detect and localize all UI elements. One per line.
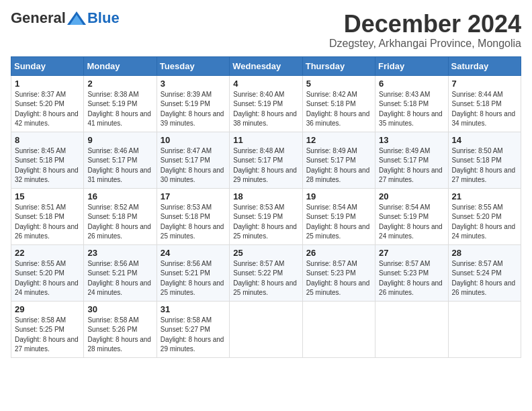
sunset-label: Sunset: 5:26 PM	[87, 326, 137, 333]
day-number: 19	[306, 191, 371, 201]
sunrise-label: Sunrise: 8:54 AM	[306, 203, 357, 211]
cell-content: Sunrise: 8:56 AM Sunset: 5:21 PM Dayligh…	[87, 259, 152, 298]
cell-content: Sunrise: 8:47 AM Sunset: 5:17 PM Dayligh…	[161, 146, 226, 185]
table-row: 10 Sunrise: 8:47 AM Sunset: 5:17 PM Dayl…	[157, 132, 229, 188]
sunrise-label: Sunrise: 8:56 AM	[161, 260, 212, 267]
table-row: 22 Sunrise: 8:55 AM Sunset: 5:20 PM Dayl…	[11, 244, 84, 301]
daylight-label: Daylight: 8 hours and 26 minutes.	[87, 223, 151, 240]
table-row: 4 Sunrise: 8:40 AM Sunset: 5:19 PM Dayli…	[230, 75, 302, 132]
cell-content: Sunrise: 8:51 AM Sunset: 5:18 PM Dayligh…	[15, 203, 80, 242]
sunrise-label: Sunrise: 8:47 AM	[161, 147, 212, 154]
logo: General Blue	[11, 11, 120, 26]
sunrise-label: Sunrise: 8:48 AM	[233, 147, 284, 154]
day-number: 3	[161, 79, 226, 89]
daylight-label: Daylight: 8 hours and 24 minutes.	[379, 223, 443, 240]
daylight-label: Daylight: 8 hours and 29 minutes.	[161, 336, 224, 353]
daylight-label: Daylight: 8 hours and 25 minutes.	[233, 279, 297, 297]
day-number: 29	[15, 304, 80, 314]
cell-content: Sunrise: 8:57 AM Sunset: 5:22 PM Dayligh…	[233, 259, 298, 298]
sunset-label: Sunset: 5:19 PM	[306, 213, 356, 220]
sunrise-label: Sunrise: 8:45 AM	[15, 147, 66, 154]
cell-content: Sunrise: 8:43 AM Sunset: 5:18 PM Dayligh…	[379, 90, 444, 129]
day-number: 21	[452, 191, 517, 201]
day-number: 26	[306, 248, 371, 258]
month-title: December 2024	[329, 11, 521, 38]
daylight-label: Daylight: 8 hours and 26 minutes.	[452, 279, 516, 297]
table-row: 20 Sunrise: 8:54 AM Sunset: 5:19 PM Dayl…	[375, 188, 448, 244]
table-row: 3 Sunrise: 8:39 AM Sunset: 5:19 PM Dayli…	[157, 75, 229, 132]
table-row: 7 Sunrise: 8:44 AM Sunset: 5:18 PM Dayli…	[448, 75, 521, 132]
day-number: 6	[379, 79, 444, 89]
sunset-label: Sunset: 5:24 PM	[452, 269, 502, 277]
table-row: 19 Sunrise: 8:54 AM Sunset: 5:19 PM Dayl…	[302, 188, 375, 244]
sunrise-label: Sunrise: 8:58 AM	[15, 316, 66, 324]
cell-content: Sunrise: 8:55 AM Sunset: 5:20 PM Dayligh…	[452, 203, 517, 242]
sunset-label: Sunset: 5:23 PM	[306, 269, 356, 277]
day-number: 12	[306, 135, 371, 145]
daylight-label: Daylight: 8 hours and 25 minutes.	[306, 279, 370, 297]
day-number: 23	[87, 248, 152, 258]
table-row	[375, 301, 448, 357]
calendar-week-row: 29 Sunrise: 8:58 AM Sunset: 5:25 PM Dayl…	[11, 301, 521, 357]
cell-content: Sunrise: 8:45 AM Sunset: 5:18 PM Dayligh…	[15, 146, 80, 185]
sunset-label: Sunset: 5:18 PM	[306, 100, 356, 107]
calendar-table: Sunday Monday Tuesday Wednesday Thursday…	[11, 56, 521, 358]
sunrise-label: Sunrise: 8:43 AM	[379, 91, 430, 98]
sunrise-label: Sunrise: 8:57 AM	[306, 260, 357, 267]
sunset-label: Sunset: 5:17 PM	[161, 156, 210, 164]
table-row: 5 Sunrise: 8:42 AM Sunset: 5:18 PM Dayli…	[302, 75, 375, 132]
cell-content: Sunrise: 8:56 AM Sunset: 5:21 PM Dayligh…	[161, 259, 226, 298]
daylight-label: Daylight: 8 hours and 28 minutes.	[87, 336, 151, 353]
sunset-label: Sunset: 5:18 PM	[379, 100, 429, 107]
table-row: 2 Sunrise: 8:38 AM Sunset: 5:19 PM Dayli…	[84, 75, 157, 132]
title-area: December 2024 Dzegstey, Arkhangai Provin…	[329, 11, 521, 50]
daylight-label: Daylight: 8 hours and 41 minutes.	[87, 110, 151, 128]
cell-content: Sunrise: 8:54 AM Sunset: 5:19 PM Dayligh…	[306, 203, 371, 242]
sunset-label: Sunset: 5:19 PM	[161, 100, 210, 107]
day-number: 17	[161, 191, 226, 201]
sunset-label: Sunset: 5:21 PM	[161, 269, 210, 277]
cell-content: Sunrise: 8:58 AM Sunset: 5:25 PM Dayligh…	[15, 316, 80, 355]
sunrise-label: Sunrise: 8:54 AM	[379, 203, 430, 211]
sunset-label: Sunset: 5:19 PM	[379, 213, 429, 220]
table-row: 30 Sunrise: 8:58 AM Sunset: 5:26 PM Dayl…	[84, 301, 157, 357]
day-number: 2	[87, 79, 152, 89]
page-header: General Blue December 2024 Dzegstey, Ark…	[11, 11, 521, 50]
table-row: 9 Sunrise: 8:46 AM Sunset: 5:17 PM Dayli…	[84, 132, 157, 188]
table-row: 27 Sunrise: 8:57 AM Sunset: 5:23 PM Dayl…	[375, 244, 448, 301]
sunrise-label: Sunrise: 8:58 AM	[161, 316, 212, 324]
cell-content: Sunrise: 8:49 AM Sunset: 5:17 PM Dayligh…	[306, 146, 371, 185]
sunrise-label: Sunrise: 8:56 AM	[87, 260, 138, 267]
day-number: 28	[452, 248, 517, 258]
table-row: 29 Sunrise: 8:58 AM Sunset: 5:25 PM Dayl…	[11, 301, 84, 357]
cell-content: Sunrise: 8:46 AM Sunset: 5:17 PM Dayligh…	[87, 146, 152, 185]
cell-content: Sunrise: 8:54 AM Sunset: 5:19 PM Dayligh…	[379, 203, 444, 242]
table-row: 13 Sunrise: 8:49 AM Sunset: 5:17 PM Dayl…	[375, 132, 448, 188]
table-row: 14 Sunrise: 8:50 AM Sunset: 5:18 PM Dayl…	[448, 132, 521, 188]
daylight-label: Daylight: 8 hours and 25 minutes.	[233, 223, 297, 240]
table-row: 24 Sunrise: 8:56 AM Sunset: 5:21 PM Dayl…	[157, 244, 229, 301]
sunset-label: Sunset: 5:22 PM	[233, 269, 283, 277]
table-row: 1 Sunrise: 8:37 AM Sunset: 5:20 PM Dayli…	[11, 75, 84, 132]
logo-icon	[67, 11, 86, 25]
table-row: 11 Sunrise: 8:48 AM Sunset: 5:17 PM Dayl…	[230, 132, 302, 188]
table-row	[230, 301, 302, 357]
table-row: 15 Sunrise: 8:51 AM Sunset: 5:18 PM Dayl…	[11, 188, 84, 244]
cell-content: Sunrise: 8:44 AM Sunset: 5:18 PM Dayligh…	[452, 90, 517, 129]
day-number: 1	[15, 79, 80, 89]
sunset-label: Sunset: 5:17 PM	[306, 156, 356, 164]
daylight-label: Daylight: 8 hours and 25 minutes.	[306, 223, 370, 240]
sunset-label: Sunset: 5:19 PM	[233, 213, 283, 220]
sunrise-label: Sunrise: 8:40 AM	[233, 91, 284, 98]
sunset-label: Sunset: 5:18 PM	[87, 213, 137, 220]
sunrise-label: Sunrise: 8:39 AM	[161, 91, 212, 98]
daylight-label: Daylight: 8 hours and 39 minutes.	[161, 110, 224, 128]
sunrise-label: Sunrise: 8:55 AM	[15, 260, 66, 267]
cell-content: Sunrise: 8:37 AM Sunset: 5:20 PM Dayligh…	[15, 90, 80, 129]
table-row: 21 Sunrise: 8:55 AM Sunset: 5:20 PM Dayl…	[448, 188, 521, 244]
day-number: 30	[87, 304, 152, 314]
sunrise-label: Sunrise: 8:58 AM	[87, 316, 138, 324]
daylight-label: Daylight: 8 hours and 26 minutes.	[15, 223, 79, 240]
sunrise-label: Sunrise: 8:52 AM	[87, 203, 138, 211]
daylight-label: Daylight: 8 hours and 27 minutes.	[379, 167, 443, 184]
